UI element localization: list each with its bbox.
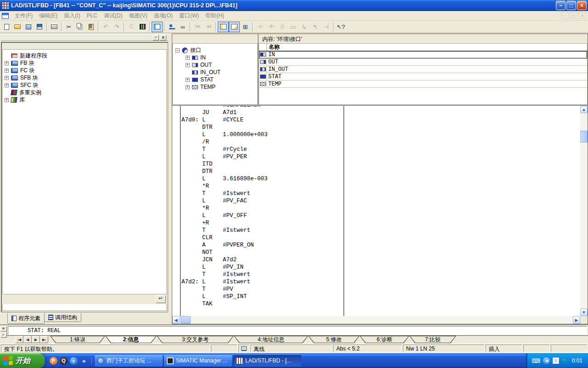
menu-debug[interactable]: 调试(D) — [101, 11, 126, 21]
expand-icon[interactable]: + — [186, 85, 190, 89]
insert-contact-button[interactable]: ⊣⊢ — [254, 22, 266, 32]
menu-file[interactable]: 文件(F) — [11, 11, 36, 21]
cut-button[interactable]: ✂ — [63, 22, 74, 32]
stl-code[interactable]: = #sbArwLLMon JU A7d1 A7d0: L #CYCLE DTR… — [172, 106, 268, 308]
interface-item[interactable]: IN_OUT — [175, 69, 256, 76]
stl-editor[interactable]: = #sbArwLLMon JU A7d1 A7d0: L #CYCLE DTR… — [172, 106, 580, 316]
menu-edit[interactable]: 编辑(E) — [36, 11, 61, 21]
monitor-button[interactable]: ∞ — [177, 22, 188, 32]
output-tab[interactable]: 6:诊断 — [360, 336, 409, 343]
tree-item[interactable]: + FC 块 — [5, 67, 165, 74]
table-row[interactable]: OUT — [259, 58, 587, 66]
overview-toggle-button[interactable] — [152, 22, 163, 32]
interface-tree[interactable]: − 接口 + IN — [172, 43, 258, 105]
task-button[interactable]: 西门子工控论坛 ... — [95, 355, 163, 367]
scroll-down-button[interactable]: ▼ — [580, 309, 588, 316]
output-tab[interactable]: 1:错误 — [50, 336, 105, 343]
copy-button[interactable] — [74, 22, 85, 32]
previous-network-button[interactable]: !≪ — [192, 22, 203, 32]
next-tab-button[interactable]: ▶ — [32, 336, 40, 343]
menu-options[interactable]: 选项(O) — [151, 11, 176, 21]
output-close-button[interactable]: × — [0, 326, 7, 332]
interface-root[interactable]: − 接口 — [175, 46, 256, 54]
tree-item[interactable]: 多重实例 — [5, 89, 165, 96]
previous-tab-button[interactable]: ◀ — [23, 336, 32, 343]
hide-icons-chevron[interactable]: ◀ — [543, 357, 550, 364]
keyboard-layout-icon[interactable]: ⌨ — [531, 358, 540, 364]
interface-item[interactable]: + OUT — [175, 61, 256, 69]
paste-button[interactable] — [85, 22, 96, 32]
close-branch-button[interactable]: ↰ — [310, 22, 321, 32]
menu-help[interactable]: 帮助(H) — [202, 11, 227, 21]
table-row[interactable]: IN — [259, 51, 587, 58]
address-button[interactable]: C: — [126, 22, 137, 32]
last-tab-button[interactable]: ▶| — [40, 336, 48, 343]
table-row[interactable]: STAT — [259, 73, 587, 80]
panel-close-button[interactable]: x — [160, 35, 166, 40]
task-button[interactable]: SIMATIC Manager ... — [164, 355, 232, 367]
panel-dropdown-button[interactable]: ▾ — [153, 35, 159, 40]
tree-item[interactable]: 新建程序段 — [5, 52, 165, 59]
context-help-button[interactable]: ↖? — [335, 22, 346, 32]
menu-view[interactable]: 视图(V) — [126, 11, 151, 21]
tab-program-elements[interactable]: 程序元素 — [7, 313, 45, 324]
insert-contact-nc-button[interactable]: ⊣/⊢ — [266, 22, 277, 32]
view-detail-button[interactable] — [229, 22, 240, 32]
redo-button[interactable]: ↷ — [111, 22, 122, 32]
mdi-child-icon[interactable] — [2, 13, 9, 19]
horizontal-scrollbar[interactable]: ◀ ▶ — [172, 316, 580, 324]
vertical-scroll-thumb[interactable] — [580, 131, 588, 143]
quick-launch-icon[interactable]: » — [80, 357, 88, 365]
tree-item[interactable]: + 库 — [5, 96, 165, 104]
download-button[interactable] — [137, 22, 148, 32]
next-network-button[interactable]: ≫! — [203, 22, 214, 32]
t-branch-button[interactable]: ⊣ — [321, 22, 332, 32]
expand-icon[interactable]: + — [186, 56, 190, 60]
insert-box-button[interactable]: ▭ — [288, 22, 299, 32]
scroll-up-button[interactable]: ▲ — [580, 106, 588, 113]
new-button[interactable] — [1, 22, 12, 32]
new-network-button[interactable]: ⊞ — [240, 22, 251, 32]
expand-icon[interactable]: + — [5, 69, 9, 73]
expand-icon[interactable]: + — [5, 98, 9, 102]
insert-coil-button[interactable]: ( ) — [277, 22, 288, 32]
menu-insert[interactable]: 插入(I) — [61, 11, 83, 21]
expand-icon[interactable]: + — [5, 83, 9, 87]
output-tab[interactable]: 5:修改 — [308, 336, 360, 343]
quick-launch-icon[interactable]: P — [50, 357, 57, 365]
next-error-button[interactable]: ▸ — [0, 332, 7, 338]
child-restore-button[interactable]: □ — [570, 12, 577, 19]
comment-column-divider[interactable] — [344, 106, 344, 316]
tab-call-structure[interactable]: 调用结构 — [44, 313, 81, 322]
open-branch-button[interactable]: ↳ — [299, 22, 310, 32]
output-tab[interactable]: 2:信息 — [105, 336, 157, 343]
jump-to-position-button[interactable]: ↵ — [156, 295, 166, 303]
quick-launch-icon[interactable]: e — [70, 357, 78, 365]
menu-plc[interactable]: PLC — [84, 12, 101, 20]
expand-icon[interactable]: + — [186, 63, 190, 67]
open-block-button[interactable] — [23, 22, 34, 32]
table-row[interactable]: TEMP — [259, 80, 587, 88]
horizontal-scroll-thumb[interactable] — [181, 316, 191, 324]
task-button[interactable]: LAD/STL/FBD - [... — [233, 355, 301, 367]
output-tab[interactable]: 4:地址信息 — [234, 336, 308, 343]
start-button[interactable]: 开始 — [0, 353, 45, 368]
open-button[interactable] — [12, 22, 23, 32]
child-minimize-button[interactable]: − — [561, 12, 569, 19]
expand-icon[interactable]: + — [5, 76, 9, 80]
antivirus-umbrella-icon[interactable]: ☂ — [562, 358, 567, 364]
tree-item[interactable]: + SFB 块 — [5, 74, 165, 81]
tree-item[interactable]: + FB 块 — [5, 59, 165, 67]
collapse-icon[interactable]: − — [175, 48, 180, 52]
interface-item[interactable]: + STAT — [175, 76, 256, 83]
program-elements-tree[interactable]: 新建程序段 + FB 块 + FC 块 — [2, 49, 167, 294]
output-tab[interactable]: 7:比较 — [409, 336, 456, 343]
close-button[interactable]: × — [577, 1, 587, 10]
scroll-right-button[interactable]: ▶ — [573, 316, 580, 324]
expand-icon[interactable]: + — [186, 78, 190, 82]
assign-symbols-button[interactable] — [166, 22, 177, 32]
child-close-button[interactable]: × — [578, 12, 586, 19]
table-row[interactable]: IN_OUT — [259, 66, 587, 73]
save-button[interactable] — [34, 22, 45, 32]
panel-splitter[interactable] — [168, 33, 172, 324]
